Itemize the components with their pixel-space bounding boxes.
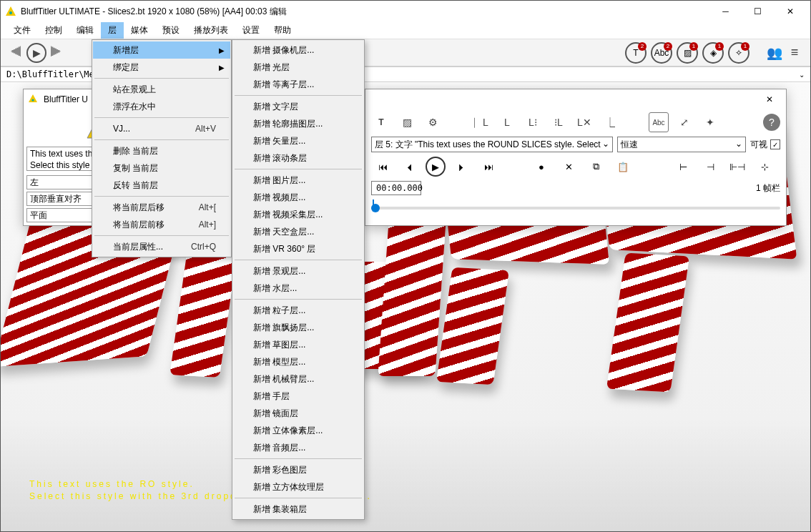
play-button[interactable]: ▶ [26, 43, 46, 63]
goto-start-icon[interactable]: ⏮ [371, 157, 394, 177]
menuitem-绑定层[interactable]: 绑定层▶ [93, 59, 230, 76]
submenuitem-新增 滚动条层[interactable]: 新增 滚动条层 [233, 149, 363, 167]
marker-range-icon[interactable]: ⊩⊣ [726, 157, 749, 177]
menu-编辑[interactable]: 编辑 [69, 22, 101, 39]
menu-播放列表[interactable]: 播放列表 [187, 22, 235, 39]
submenuitem-新增 水层...[interactable]: 新增 水层... [233, 280, 363, 297]
speed-select[interactable]: 恒速 [617, 137, 746, 152]
menu-控制[interactable]: 控制 [38, 22, 69, 39]
submenuitem-新增 等离子层...[interactable]: 新增 等离子层... [233, 76, 363, 93]
submenuitem-新增 手层[interactable]: 新增 手层 [233, 388, 363, 405]
timeline-track [371, 207, 780, 210]
badge-▨[interactable]: ▨1 [677, 42, 698, 64]
menu-预设[interactable]: 预设 [155, 22, 187, 39]
layer-select[interactable]: 层 5: 文字 "This text uses the ROUND SLICES… [371, 137, 613, 152]
submenuitem-新增 集装箱层[interactable]: 新增 集装箱层 [233, 501, 363, 518]
time-field[interactable]: 00:00.000 [371, 181, 421, 195]
submenuitem-新增 景观层...[interactable]: 新增 景观层... [233, 262, 363, 280]
right-panel-titlebar[interactable]: ✕ [365, 89, 786, 109]
menuitem-删除 当前层[interactable]: 删除 当前层 [93, 142, 230, 159]
submenuitem-新增 粒子层...[interactable]: 新增 粒子层... [233, 302, 363, 319]
image-tool-icon[interactable]: ▨ [397, 112, 417, 132]
menuitem-新增层[interactable]: 新增层▶ [93, 41, 230, 59]
menuitem-反转 当前层[interactable]: 反转 当前层 [93, 177, 230, 194]
timeline-thumb[interactable] [371, 204, 380, 212]
menuitem-将当前层后移[interactable]: 将当前层后移Alt+[ [93, 199, 230, 216]
align-l4-icon[interactable]: ⁝L [549, 112, 569, 132]
marker-out-icon[interactable]: ⊣ [699, 157, 722, 177]
wand-icon[interactable]: ✦ [700, 112, 720, 132]
submenuitem-新增 视频采集层...[interactable]: 新增 视频采集层... [233, 206, 363, 223]
submenuitem-新增 天空盒层...[interactable]: 新增 天空盒层... [233, 223, 363, 240]
submenuitem-新增 图片层...[interactable]: 新增 图片层... [233, 172, 363, 189]
badge-Abc[interactable]: Abc2 [651, 42, 672, 64]
help-icon[interactable]: ? [763, 114, 780, 131]
menuitem-VJ...[interactable]: VJ...Alt+V [93, 120, 230, 137]
fx-tool-icon[interactable]: ⚙ [423, 112, 443, 132]
menu-媒体[interactable]: 媒体 [124, 22, 155, 39]
hamburger-icon[interactable]: ≡ [785, 43, 805, 63]
submenuitem-新增 光层[interactable]: 新增 光层 [233, 59, 363, 76]
align-l2-icon[interactable]: L [497, 112, 517, 132]
close-button[interactable]: ✕ [774, 1, 806, 22]
submenuitem-新增 彩色图层[interactable]: 新增 彩色图层 [233, 461, 363, 478]
badge-T[interactable]: T2 [625, 42, 647, 64]
maximize-button[interactable]: ☐ [742, 1, 774, 22]
prev-frame-icon[interactable]: ⏴ [398, 157, 421, 177]
submenuitem-新增 立体像素层...[interactable]: 新增 立体像素层... [233, 422, 363, 439]
paste-icon[interactable]: 📋 [611, 157, 634, 177]
visible-label: 可视 [750, 139, 767, 151]
menuitem-漂浮在水中[interactable]: 漂浮在水中 [93, 98, 230, 115]
minimize-button[interactable]: ─ [709, 1, 742, 22]
marker-in-icon[interactable]: ⊢ [672, 157, 694, 177]
abc-tool-icon[interactable]: Abc [649, 112, 669, 132]
panel-close-button[interactable]: ✕ [757, 90, 782, 109]
align-lx-icon[interactable]: L✕ [574, 112, 594, 132]
submenuitem-新增 矢量层...[interactable]: 新增 矢量层... [233, 132, 363, 149]
menu-帮助[interactable]: 帮助 [267, 22, 298, 39]
submenuitem-新增 音频层...[interactable]: 新增 音频层... [233, 439, 363, 456]
path-dropdown-icon[interactable]: ⌄ [799, 71, 805, 79]
submenuitem-新增 旗飘扬层...[interactable]: 新增 旗飘扬层... [233, 319, 363, 336]
layer-menu: 新增层▶绑定层▶站在景观上漂浮在水中VJ...Alt+V删除 当前层复制 当前层… [92, 39, 232, 257]
menuitem-站在景观上[interactable]: 站在景观上 [93, 81, 230, 98]
menu-层[interactable]: 层 [101, 22, 124, 39]
menuitem-当前层属性...[interactable]: 当前层属性...Ctrl+Q [93, 238, 230, 255]
text-tool-icon[interactable]: T [371, 112, 391, 132]
copy-icon[interactable]: ⧉ [584, 157, 607, 177]
align-l-icon[interactable]: ⎸L [471, 112, 491, 132]
next-frame-icon[interactable]: ⏵ [450, 157, 473, 177]
timeline[interactable] [371, 200, 780, 217]
path-text: D:\BluffTitler\Medi [6, 69, 104, 79]
submenuitem-新增 模型层...[interactable]: 新增 模型层... [233, 353, 363, 370]
users-icon[interactable]: 👥 [765, 43, 785, 63]
badge-✧[interactable]: ✧1 [728, 42, 749, 64]
menu-文件[interactable]: 文件 [6, 22, 38, 39]
visible-checkbox[interactable]: ✓ [770, 139, 780, 149]
forward-icon[interactable]: ⯈ [46, 43, 67, 63]
submenuitem-新增 草图层...[interactable]: 新增 草图层... [233, 336, 363, 353]
submenuitem-新增 摄像机层...[interactable]: 新增 摄像机层... [233, 41, 363, 59]
submenuitem-新增 立方体纹理层[interactable]: 新增 立方体纹理层 [233, 478, 363, 496]
submenuitem-新增 镜面层[interactable]: 新增 镜面层 [233, 405, 363, 422]
menuitem-复制 当前层[interactable]: 复制 当前层 [93, 159, 230, 177]
expand-icon[interactable]: ⤢ [674, 112, 694, 132]
goto-end-icon[interactable]: ⏭ [477, 157, 500, 177]
badge-◈[interactable]: ◈1 [702, 42, 724, 64]
submenuitem-新增 机械臂层...[interactable]: 新增 机械臂层... [233, 370, 363, 388]
submenuitem-新增 视频层...[interactable]: 新增 视频层... [233, 189, 363, 206]
align-ll-icon[interactable]: ⎿ [600, 112, 620, 132]
align-l3-icon[interactable]: L⁝ [523, 112, 543, 132]
record-icon[interactable]: ● [530, 157, 553, 177]
svg-point-3 [31, 99, 34, 101]
back-icon[interactable]: ⯇ [6, 43, 26, 63]
delete-key-icon[interactable]: ✕ [557, 157, 580, 177]
svg-point-1 [9, 11, 12, 14]
submenuitem-新增 VR 360° 层[interactable]: 新增 VR 360° 层 [233, 240, 363, 257]
play-icon[interactable]: ▶ [426, 157, 446, 177]
menu-设置[interactable]: 设置 [235, 22, 267, 39]
submenuitem-新增 轮廓描图层...[interactable]: 新增 轮廓描图层... [233, 115, 363, 132]
marker-center-icon[interactable]: ⊹ [753, 157, 776, 177]
menuitem-将当前层前移[interactable]: 将当前层前移Alt+] [93, 216, 230, 233]
submenuitem-新增 文字层[interactable]: 新增 文字层 [233, 98, 363, 115]
